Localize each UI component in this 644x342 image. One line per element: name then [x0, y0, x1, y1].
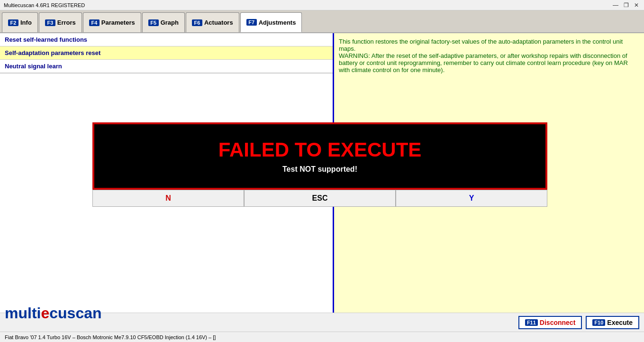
info-text: This function restores the original fact…: [339, 38, 628, 74]
tab-actuators[interactable]: F6Actuators: [186, 12, 239, 32]
tab-adjustments[interactable]: F7Adjustments: [240, 12, 302, 32]
execute-button[interactable]: F10 Execute: [586, 316, 639, 329]
app-title: Multiecuscan 4.6R1 REGISTERED: [4, 2, 85, 8]
tab-label-adjustments: Adjustments: [259, 19, 296, 26]
esc-button[interactable]: ESC: [244, 190, 396, 207]
tab-parameters[interactable]: F4Parameters: [83, 12, 141, 32]
tab-key-f7: F7: [246, 19, 257, 26]
failed-title: FAILED TO EXECUTE: [104, 139, 536, 161]
dialog-overlay: FAILED TO EXECUTE Test NOT supported! N …: [92, 122, 547, 207]
tab-info[interactable]: F2Info: [2, 12, 38, 32]
tab-key-f5: F5: [148, 19, 159, 26]
title-bar: Multiecuscan 4.6R1 REGISTERED — ❐ ✕: [0, 0, 644, 10]
tab-key-f6: F6: [192, 19, 202, 26]
list-item[interactable]: Self-adaptation parameters reset: [0, 46, 333, 60]
tab-label-parameters: Parameters: [101, 19, 135, 26]
failed-box: FAILED TO EXECUTE Test NOT supported!: [92, 122, 547, 190]
tab-label-graph: Graph: [161, 19, 179, 26]
failed-subtitle: Test NOT supported!: [104, 165, 536, 174]
disconnect-key: F11: [525, 319, 538, 326]
logo: multiecuscan: [5, 305, 102, 322]
minimize-button[interactable]: —: [612, 2, 619, 9]
execute-label: Execute: [607, 319, 633, 326]
list-item[interactable]: Reset self-learned functions: [0, 33, 333, 46]
dialog-buttons: N ESC Y: [92, 190, 547, 207]
tab-key-f3: F3: [45, 19, 55, 26]
maximize-button[interactable]: ❐: [622, 2, 630, 9]
tab-graph[interactable]: F5Graph: [142, 12, 185, 32]
tab-key-f4: F4: [89, 19, 100, 26]
logo-area: multiecuscan: [5, 305, 102, 322]
window-controls: — ❐ ✕: [612, 2, 640, 9]
status-text: Fiat Bravo '07 1.4 Turbo 16V – Bosch Mot…: [5, 334, 216, 340]
tab-label-info: Info: [20, 19, 32, 26]
tab-key-f2: F2: [8, 19, 18, 26]
tab-label-errors: Errors: [57, 19, 76, 26]
list-item[interactable]: Neutral signal learn: [0, 60, 333, 73]
y-button[interactable]: Y: [396, 190, 547, 207]
adjustment-list: Reset self-learned functionsSelf-adaptat…: [0, 33, 333, 74]
n-button[interactable]: N: [92, 190, 244, 207]
tab-label-actuators: Actuators: [204, 19, 233, 26]
disconnect-button[interactable]: F11 Disconnect: [518, 316, 582, 329]
tab-errors[interactable]: F3Errors: [39, 12, 82, 32]
disconnect-label: Disconnect: [540, 319, 575, 326]
execute-key: F10: [592, 319, 605, 326]
close-button[interactable]: ✕: [633, 2, 640, 9]
tab-bar: F2InfoF3ErrorsF4ParametersF5GraphF6Actua…: [0, 10, 644, 33]
status-bar: Fiat Bravo '07 1.4 Turbo 16V – Bosch Mot…: [0, 332, 644, 342]
